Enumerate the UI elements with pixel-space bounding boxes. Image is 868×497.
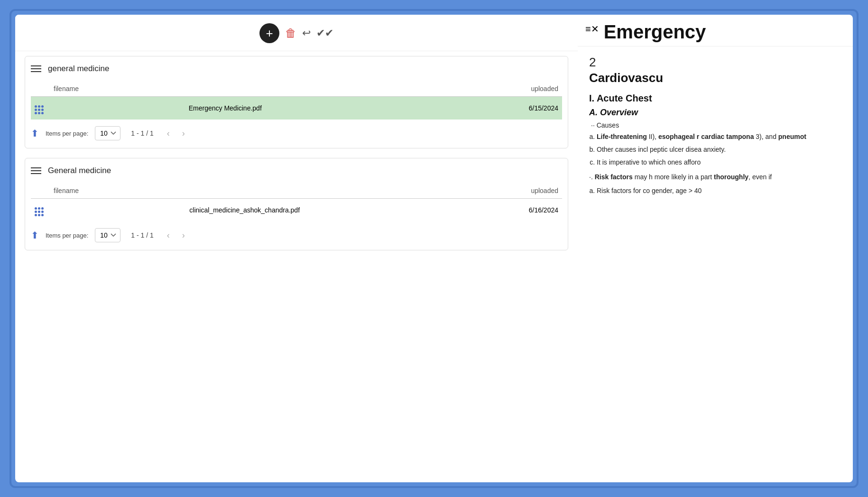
list-item-c-text: It is imperative to which ones afforo bbox=[597, 158, 701, 166]
sections-wrapper: general medicine filename uploaded bbox=[15, 51, 578, 482]
drag-handle-1[interactable] bbox=[35, 105, 44, 115]
file-name-2: clinical_medicine_ashok_chandra.pdf bbox=[50, 199, 439, 222]
col-uploaded-1: uploaded bbox=[401, 82, 562, 97]
trash-icon: 🗑 bbox=[285, 27, 296, 39]
toolbar: + 🗑 ↩ ✔✔ bbox=[15, 15, 578, 51]
undo-icon: ↩ bbox=[302, 27, 311, 39]
items-per-page-select-2[interactable]: 10 25 50 bbox=[95, 228, 120, 242]
hamburger-icon-2[interactable] bbox=[31, 167, 41, 174]
list-item: Risk factors for co gender, age > 40 bbox=[597, 186, 841, 196]
risk-list-item-a: Risk factors for co gender, age > 40 bbox=[597, 187, 702, 194]
pagination-1: ⬆ Items per page: 10 25 50 1 - 1 / 1 ‹ › bbox=[31, 126, 562, 140]
list-item: Other causes incl peptic ulcer disea anx… bbox=[597, 145, 841, 155]
add-button[interactable]: + bbox=[259, 23, 279, 43]
page-info-2: 1 - 1 / 1 bbox=[131, 231, 153, 239]
items-per-page-label-2: Items per page: bbox=[46, 232, 88, 239]
table-row[interactable]: clinical_medicine_ashok_chandra.pdf 6/16… bbox=[31, 199, 562, 222]
list-item: It is imperative to which ones afforo bbox=[597, 157, 841, 167]
file-table-2: filename uploaded bbox=[31, 184, 562, 221]
next-page-2[interactable]: › bbox=[179, 230, 188, 241]
list-item-b-text: Other causes incl peptic ulcer disea anx… bbox=[597, 146, 726, 153]
check-button[interactable]: ✔✔ bbox=[316, 27, 333, 39]
prev-page-2[interactable]: ‹ bbox=[164, 230, 173, 241]
col-filename-2: filename bbox=[50, 184, 439, 199]
subsection-heading: A. Overview bbox=[589, 108, 841, 118]
risk-factors-paragraph: ·. Risk factors may h more likely in a p… bbox=[589, 172, 841, 182]
right-header: ≡✕ Emergency bbox=[578, 15, 853, 46]
right-menu-icon[interactable]: ≡✕ bbox=[585, 23, 599, 35]
chapter-title: Cardiovascu bbox=[589, 71, 841, 85]
page-info-1: 1 - 1 / 1 bbox=[131, 129, 153, 137]
section-header-2: General medicine bbox=[31, 166, 562, 175]
file-table-1: filename uploaded bbox=[31, 82, 562, 120]
upload-icon-1[interactable]: ⬆ bbox=[31, 128, 39, 139]
right-content: 2 Cardiovascu I. Acute Chest A. Overview… bbox=[578, 46, 853, 478]
col-uploaded-2: uploaded bbox=[439, 184, 562, 199]
items-per-page-select-1[interactable]: 10 25 50 bbox=[95, 126, 120, 140]
file-date-2: 6/16/2024 bbox=[439, 199, 562, 222]
file-name-1: Emergency Medicine.pdf bbox=[50, 97, 401, 120]
causes-list: Life-threatening II), esophageal r cardi… bbox=[597, 132, 841, 167]
section-card-2: General medicine filename uploaded bbox=[25, 158, 568, 250]
file-date-1: 6/15/2024 bbox=[401, 97, 562, 120]
chapter-number: 2 bbox=[589, 55, 841, 70]
prev-page-1[interactable]: ‹ bbox=[164, 128, 173, 139]
undo-button[interactable]: ↩ bbox=[302, 27, 311, 39]
section-title-2: General medicine bbox=[48, 166, 111, 175]
double-check-icon: ✔✔ bbox=[316, 27, 333, 39]
next-page-1[interactable]: › bbox=[179, 128, 188, 139]
risk-factors-list: Risk factors for co gender, age > 40 bbox=[597, 186, 841, 196]
left-panel: + 🗑 ↩ ✔✔ general medicine bbox=[15, 15, 578, 482]
doc-title: Emergency bbox=[604, 21, 706, 42]
section-heading: I. Acute Chest bbox=[589, 93, 841, 104]
delete-button[interactable]: 🗑 bbox=[285, 27, 296, 40]
items-per-page-label-1: Items per page: bbox=[46, 130, 88, 137]
list-item-a-text: Life-threatening II), esophageal r cardi… bbox=[597, 133, 806, 140]
upload-icon-2[interactable]: ⬆ bbox=[31, 230, 39, 241]
col-filename-1: filename bbox=[50, 82, 401, 97]
section-header-1: general medicine bbox=[31, 64, 562, 74]
pagination-2: ⬆ Items per page: 10 25 50 1 - 1 / 1 ‹ › bbox=[31, 228, 562, 242]
table-row[interactable]: Emergency Medicine.pdf 6/15/2024 bbox=[31, 97, 562, 120]
list-item: Life-threatening II), esophageal r cardi… bbox=[597, 132, 841, 142]
causes-label: ·· Causes bbox=[591, 121, 841, 129]
hamburger-icon-1[interactable] bbox=[31, 65, 41, 72]
drag-handle-2[interactable] bbox=[35, 207, 44, 217]
section-card-1: general medicine filename uploaded bbox=[25, 56, 568, 148]
right-panel: ≡✕ Emergency 2 Cardiovascu I. Acute Ches… bbox=[578, 15, 853, 482]
section-title-1: general medicine bbox=[48, 64, 109, 74]
